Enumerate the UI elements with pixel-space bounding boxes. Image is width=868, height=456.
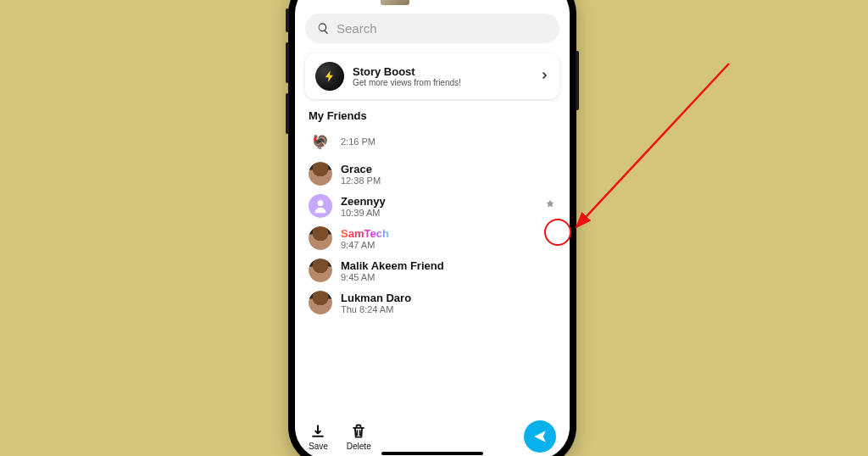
screenshot-stat: 1 bbox=[445, 0, 461, 1]
replay-stat: 6 bbox=[468, 0, 484, 1]
story-stats-bar: 34 1 6 bbox=[295, 0, 570, 8]
side-button bbox=[286, 42, 289, 83]
friend-time: 9:45 AM bbox=[341, 272, 444, 282]
story-boost-card[interactable]: Story Boost Get more views from friends! bbox=[305, 53, 559, 99]
views-stat: 34 bbox=[416, 0, 437, 1]
download-icon bbox=[309, 423, 326, 440]
story-thumbnail[interactable] bbox=[381, 0, 409, 5]
search-bar[interactable] bbox=[305, 14, 559, 43]
screenshot-badge-icon bbox=[544, 198, 556, 214]
lightning-icon bbox=[315, 62, 344, 91]
trash-icon bbox=[350, 423, 367, 440]
replay-icon bbox=[468, 0, 477, 1]
annotation-arrow bbox=[568, 59, 737, 237]
friend-row[interactable]: Grace 12:38 PM bbox=[295, 158, 570, 190]
friend-time: 2:16 PM bbox=[341, 136, 376, 147]
friend-name: Zeennyy bbox=[341, 195, 386, 208]
avatar bbox=[309, 162, 332, 186]
delete-button[interactable]: Delete bbox=[347, 423, 371, 451]
search-icon bbox=[317, 22, 330, 35]
phone-frame: 34 1 6 Story Boost bbox=[288, 0, 576, 456]
friend-row[interactable]: SamTech 9:47 AM bbox=[295, 222, 570, 254]
boost-title: Story Boost bbox=[353, 65, 531, 78]
svg-line-3 bbox=[576, 64, 729, 227]
search-input[interactable] bbox=[337, 21, 548, 36]
bottom-action-bar: Save Delete bbox=[295, 415, 570, 456]
avatar: 🦃 bbox=[309, 130, 332, 153]
svg-point-2 bbox=[318, 200, 324, 206]
friend-name: Malik Akeem Friend bbox=[341, 259, 444, 272]
chevron-right-icon bbox=[539, 69, 549, 84]
my-friends-header: My Friends bbox=[295, 108, 570, 125]
avatar bbox=[309, 259, 332, 282]
avatar bbox=[309, 291, 332, 314]
side-button bbox=[576, 51, 579, 110]
friend-row[interactable]: Zeennyy 10:39 AM bbox=[295, 190, 570, 222]
eye-icon bbox=[416, 0, 426, 1]
friend-row[interactable]: 🦃 2:16 PM bbox=[295, 125, 570, 158]
boost-subtitle: Get more views from friends! bbox=[353, 78, 531, 87]
friend-time: 12:38 PM bbox=[341, 175, 381, 186]
save-button[interactable]: Save bbox=[309, 423, 328, 451]
friend-time: Thu 8:24 AM bbox=[341, 304, 411, 314]
avatar bbox=[309, 226, 332, 250]
side-button bbox=[286, 8, 289, 32]
friend-row[interactable]: Malik Akeem Friend 9:45 AM bbox=[295, 254, 570, 286]
friend-name: SamTech bbox=[341, 227, 389, 240]
friend-time: 9:47 AM bbox=[341, 240, 389, 250]
send-icon bbox=[532, 429, 548, 444]
friend-name: Lukman Daro bbox=[341, 292, 411, 304]
friend-time: 10:39 AM bbox=[341, 208, 386, 218]
send-button[interactable] bbox=[524, 420, 556, 453]
side-button bbox=[286, 93, 289, 134]
friend-name: Grace bbox=[341, 163, 381, 175]
screen: 34 1 6 Story Boost bbox=[295, 0, 570, 456]
home-indicator bbox=[381, 452, 483, 455]
friends-list: 🦃 2:16 PM Grace 12:38 PM Zeennyy bbox=[295, 125, 570, 415]
friend-row[interactable]: Lukman Daro Thu 8:24 AM bbox=[295, 286, 570, 319]
screenshot-icon bbox=[445, 0, 454, 1]
avatar bbox=[309, 194, 332, 218]
